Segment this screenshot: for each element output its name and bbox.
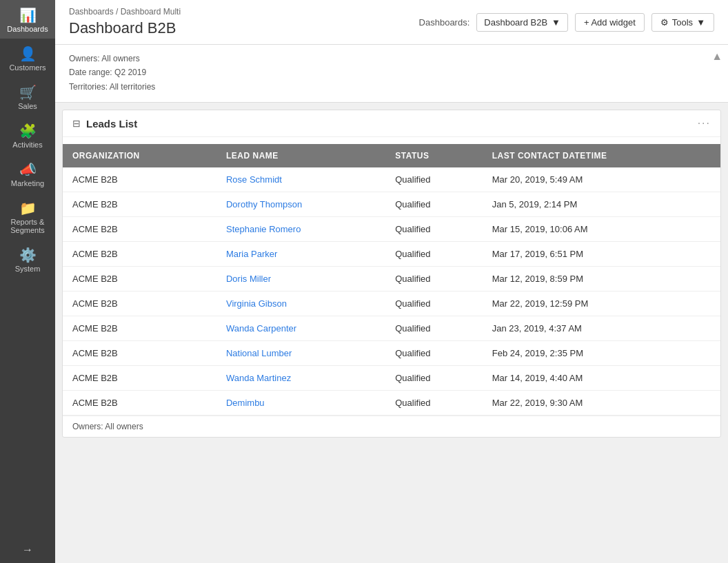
widget-title: Leads List <box>86 118 137 130</box>
add-widget-button[interactable]: + Add widget <box>575 13 645 32</box>
content-area: Owners: All owners Date range: Q2 2019 T… <box>55 45 728 563</box>
table-row: ACME B2BRose SchmidtQualifiedMar 20, 201… <box>63 167 720 192</box>
sidebar-item-activities[interactable]: 🧩 Activities <box>0 116 55 154</box>
cell-status: Qualified <box>385 242 483 267</box>
cell-lead-name[interactable]: Doris Miller <box>216 267 385 291</box>
sidebar-item-dashboards[interactable]: 📊 Dashboards <box>0 0 55 39</box>
sales-icon: 🛒 <box>19 85 37 99</box>
table-row: ACME B2BNational LumberQualifiedFeb 24, … <box>63 341 720 366</box>
breadcrumb: Dashboards / Dashboard Multi <box>69 7 181 17</box>
cell-datetime: Feb 24, 2019, 2:35 PM <box>483 341 720 366</box>
sidebar-item-customers[interactable]: 👤 Customers <box>0 39 55 77</box>
filter-territories: Territories: All territories <box>69 80 714 94</box>
dashboards-icon: 📊 <box>19 8 37 22</box>
sidebar-expand[interactable]: → <box>0 537 55 563</box>
cell-status: Qualified <box>385 341 483 366</box>
cell-datetime: Mar 14, 2019, 4:40 AM <box>483 366 720 391</box>
widget-footer: Owners: All owners <box>63 416 720 437</box>
cell-status: Qualified <box>385 217 483 242</box>
widget-menu-icon[interactable]: ··· <box>698 117 711 130</box>
col-last-contact: LAST CONTACT DATETIME <box>483 144 720 167</box>
table-body: ACME B2BRose SchmidtQualifiedMar 20, 201… <box>63 167 720 416</box>
table-row: ACME B2BDoris MillerQualifiedMar 12, 201… <box>63 267 720 291</box>
chevron-down-icon: ▼ <box>552 17 560 28</box>
tools-chevron-icon: ▼ <box>696 17 705 28</box>
col-status: STATUS <box>385 144 483 167</box>
cell-status: Qualified <box>385 391 483 416</box>
cell-status: Qualified <box>385 192 483 217</box>
cell-status: Qualified <box>385 291 483 316</box>
col-lead-name: LEAD NAME <box>216 144 385 167</box>
topbar-right: Dashboards: Dashboard B2B ▼ + Add widget… <box>419 13 714 32</box>
filter-panel: Owners: All owners Date range: Q2 2019 T… <box>55 45 728 103</box>
cell-organization: ACME B2B <box>63 366 216 391</box>
topbar: Dashboards / Dashboard Multi Dashboard B… <box>55 0 728 45</box>
table-row: ACME B2BStephanie RomeroQualifiedMar 15,… <box>63 217 720 242</box>
cell-lead-name[interactable]: Wanda Carpenter <box>216 316 385 341</box>
cell-status: Qualified <box>385 366 483 391</box>
cell-lead-name[interactable]: Maria Parker <box>216 242 385 267</box>
widget-header-left: ⊟ Leads List <box>72 118 137 130</box>
topbar-left: Dashboards / Dashboard Multi Dashboard B… <box>69 7 181 37</box>
table-header: ORGANIZATION LEAD NAME STATUS LAST CONTA… <box>63 144 720 167</box>
cell-status: Qualified <box>385 267 483 291</box>
cell-lead-name[interactable]: Stephanie Romero <box>216 217 385 242</box>
marketing-icon: 📣 <box>19 163 37 176</box>
cell-datetime: Mar 12, 2019, 8:59 PM <box>483 267 720 291</box>
col-organization: ORGANIZATION <box>63 144 216 167</box>
dashboards-label: Dashboards: <box>419 17 470 28</box>
cell-datetime: Jan 5, 2019, 2:14 PM <box>483 192 720 217</box>
cell-datetime: Jan 23, 2019, 4:37 AM <box>483 316 720 341</box>
cell-organization: ACME B2B <box>63 341 216 366</box>
page-title: Dashboard B2B <box>69 19 181 37</box>
cell-organization: ACME B2B <box>63 291 216 316</box>
cell-organization: ACME B2B <box>63 267 216 291</box>
cell-organization: ACME B2B <box>63 217 216 242</box>
cell-status: Qualified <box>385 167 483 192</box>
sidebar-item-sales[interactable]: 🛒 Sales <box>0 77 55 116</box>
cell-lead-name[interactable]: Rose Schmidt <box>216 167 385 192</box>
gear-icon: ⚙ <box>660 17 669 28</box>
leads-table: ORGANIZATION LEAD NAME STATUS LAST CONTA… <box>63 144 720 416</box>
cell-lead-name[interactable]: Virginia Gibson <box>216 291 385 316</box>
activities-icon: 🧩 <box>19 124 37 138</box>
cell-datetime: Mar 22, 2019, 9:30 AM <box>483 391 720 416</box>
sidebar-item-system[interactable]: ⚙️ System <box>0 240 55 278</box>
cell-status: Qualified <box>385 316 483 341</box>
cell-organization: ACME B2B <box>63 391 216 416</box>
cell-datetime: Mar 22, 2019, 12:59 PM <box>483 291 720 316</box>
customers-icon: 👤 <box>19 47 37 61</box>
reports-icon: 📁 <box>19 201 37 215</box>
table-row: ACME B2BVirginia GibsonQualifiedMar 22, … <box>63 291 720 316</box>
cell-datetime: Mar 15, 2019, 10:06 AM <box>483 217 720 242</box>
filter-date-range: Date range: Q2 2019 <box>69 65 714 79</box>
filter-collapse-icon[interactable]: ▲ <box>711 50 722 63</box>
cell-lead-name[interactable]: National Lumber <box>216 341 385 366</box>
cell-organization: ACME B2B <box>63 242 216 267</box>
tools-button[interactable]: ⚙ Tools ▼ <box>651 13 714 32</box>
cell-datetime: Mar 17, 2019, 6:51 PM <box>483 242 720 267</box>
widget-collapse-icon[interactable]: ⊟ <box>72 118 81 129</box>
cell-organization: ACME B2B <box>63 316 216 341</box>
table-row: ACME B2BMaria ParkerQualifiedMar 17, 201… <box>63 242 720 267</box>
sidebar-item-reports[interactable]: 📁 Reports & Segments <box>0 193 55 240</box>
table-row: ACME B2BWanda CarpenterQualifiedJan 23, … <box>63 316 720 341</box>
widget-header: ⊟ Leads List ··· <box>63 110 720 137</box>
filter-owners: Owners: All owners <box>69 52 714 65</box>
cell-lead-name[interactable]: Wanda Martinez <box>216 366 385 391</box>
table-row: ACME B2BWanda MartinezQualifiedMar 14, 2… <box>63 366 720 391</box>
cell-lead-name[interactable]: Demimbu <box>216 391 385 416</box>
sidebar-item-marketing[interactable]: 📣 Marketing <box>0 154 55 193</box>
leads-list-widget: ⊟ Leads List ··· ORGANIZATION LEAD NAME … <box>62 110 721 438</box>
expand-icon: → <box>22 544 33 556</box>
sidebar: 📊 Dashboards 👤 Customers 🛒 Sales 🧩 Activ… <box>0 0 55 563</box>
table-row: ACME B2BDorothy ThompsonQualifiedJan 5, … <box>63 192 720 217</box>
table-row: ACME B2BDemimbuQualifiedMar 22, 2019, 9:… <box>63 391 720 416</box>
main-content: Dashboards / Dashboard Multi Dashboard B… <box>55 0 728 563</box>
cell-organization: ACME B2B <box>63 167 216 192</box>
cell-organization: ACME B2B <box>63 192 216 217</box>
dashboard-selector[interactable]: Dashboard B2B ▼ <box>476 13 568 32</box>
cell-lead-name[interactable]: Dorothy Thompson <box>216 192 385 217</box>
cell-datetime: Mar 20, 2019, 5:49 AM <box>483 167 720 192</box>
system-icon: ⚙️ <box>19 248 37 262</box>
